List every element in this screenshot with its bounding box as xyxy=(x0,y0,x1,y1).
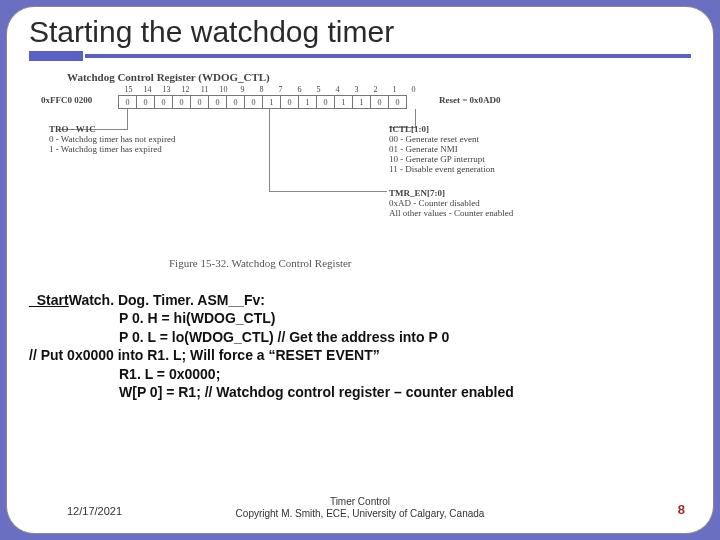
register-diagram: Watchdog Control Register (WDOG_CTL) 0xF… xyxy=(59,69,517,269)
code-line-4: // Put 0x0000 into R1. L; Will force a “… xyxy=(29,346,691,364)
bit-number: 10 xyxy=(214,85,233,94)
register-title: Watchdog Control Register (WDOG_CTL) xyxy=(67,71,270,83)
bit-cell: 1 xyxy=(334,95,353,109)
bit-number: 12 xyxy=(176,85,195,94)
bit-number: 9 xyxy=(233,85,252,94)
bit-cell: 0 xyxy=(370,95,389,109)
slide-footer: 12/17/2021 Timer Control Copyright M. Sm… xyxy=(7,493,713,521)
bit-cell: 1 xyxy=(298,95,317,109)
bit-number: 4 xyxy=(328,85,347,94)
bit-cell: 0 xyxy=(172,95,191,109)
code-line-2: P 0. H = hi(WDOG_CTL) xyxy=(29,309,691,327)
figure-caption: Figure 15-32. Watchdog Control Register xyxy=(169,257,352,269)
page-number: 8 xyxy=(678,502,685,517)
bit-cell: 0 xyxy=(244,95,263,109)
code-block: _StartWatch. Dog. Timer. ASM__Fv: P 0. H… xyxy=(29,291,691,402)
bit-number: 5 xyxy=(309,85,328,94)
reset-value: Reset = 0x0AD0 xyxy=(439,95,501,105)
bit-cell: 0 xyxy=(208,95,227,109)
bit-number: 15 xyxy=(119,85,138,94)
bit-numbers: 1514131211109876543210 xyxy=(119,85,429,94)
bit-cell: 0 xyxy=(280,95,299,109)
bit-cell: 1 xyxy=(352,95,371,109)
slide-card: Starting the watchdog timer Watchdog Con… xyxy=(6,6,714,534)
code-line-5: R1. L = 0x0000; xyxy=(29,365,691,383)
bit-cell: 0 xyxy=(190,95,209,109)
bit-number: 3 xyxy=(347,85,366,94)
bit-cell: 0 xyxy=(136,95,155,109)
code-line-6: W[P 0] = R1; // Watchdog control registe… xyxy=(29,383,691,401)
code-line-3: P 0. L = lo(WDOG_CTL) // Get the address… xyxy=(29,328,691,346)
tmr-en-field: TMR_EN[7:0] 0xAD - Counter disabled All … xyxy=(389,189,529,219)
tro-field: TRO - W1C 0 - Watchdog timer has not exp… xyxy=(49,125,199,155)
bit-number: 1 xyxy=(385,85,404,94)
bit-cell: 0 xyxy=(388,95,407,109)
bit-cell: 0 xyxy=(226,95,245,109)
footer-center: Timer Control Copyright M. Smith, ECE, U… xyxy=(7,496,713,519)
bit-number: 13 xyxy=(157,85,176,94)
bit-number: 11 xyxy=(195,85,214,94)
bit-cell: 0 xyxy=(154,95,173,109)
bit-cell: 0 xyxy=(316,95,335,109)
title-rule xyxy=(29,51,691,63)
bit-cell: 0 xyxy=(118,95,137,109)
bit-number: 7 xyxy=(271,85,290,94)
code-line-1: _StartWatch. Dog. Timer. ASM__Fv: xyxy=(29,291,691,309)
slide-title: Starting the watchdog timer xyxy=(29,15,691,49)
register-address: 0xFFC0 0200 xyxy=(41,95,92,105)
bit-values: 0000000010101100 xyxy=(119,95,407,109)
bit-number: 14 xyxy=(138,85,157,94)
bit-cell: 1 xyxy=(262,95,281,109)
bit-number: 0 xyxy=(404,85,423,94)
bit-number: 2 xyxy=(366,85,385,94)
bit-number: 8 xyxy=(252,85,271,94)
ictl-field: ICTL[1:0] 00 - Generate reset event 01 -… xyxy=(389,125,519,174)
bit-number: 6 xyxy=(290,85,309,94)
